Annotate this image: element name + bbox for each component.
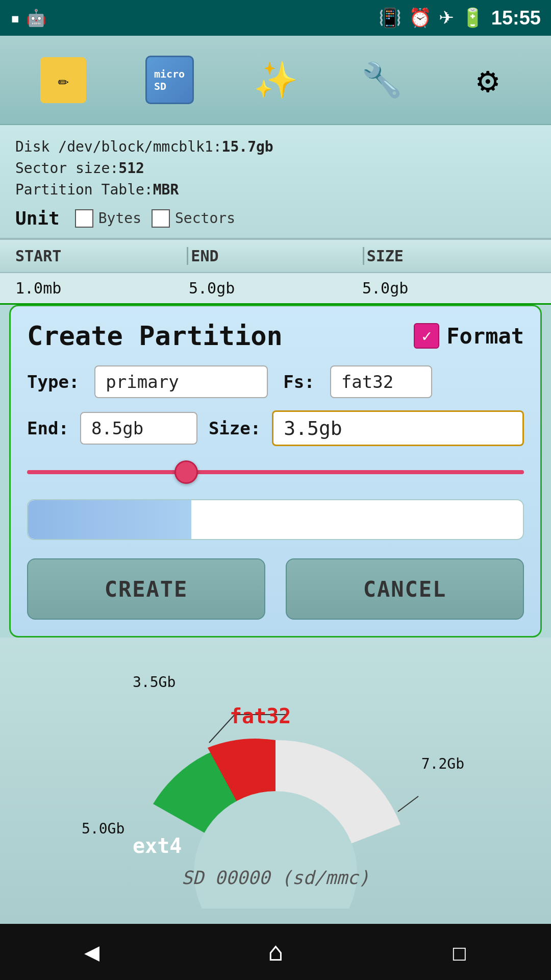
type-label: Type:	[27, 372, 79, 392]
gear-icon: ⚙️	[477, 59, 498, 101]
sd-card-icon	[40, 57, 86, 103]
end-size-row: End: 8.5gb Size: 3.5gb	[27, 410, 524, 446]
vibrate-icon: 📳	[379, 7, 402, 29]
format-label: Format	[446, 324, 524, 349]
type-input[interactable]: primary	[94, 365, 268, 398]
bytes-label: Bytes	[98, 210, 141, 227]
home-icon: ⌂	[268, 937, 283, 967]
back-icon: ◀	[84, 937, 99, 967]
size-header: SIZE	[367, 247, 536, 265]
alarm-icon: ⏰	[409, 7, 432, 29]
magic-wand-icon: ✨	[254, 59, 298, 101]
partition-table-line: Partition Table:MBR	[15, 179, 536, 201]
donut-chart: 3.5Gb 7.2Gb 5.0Gb fat32 ext4 SD 00000 (s…	[82, 653, 469, 909]
partition-start: 1.0mb	[15, 279, 189, 297]
start-header: START	[15, 247, 184, 265]
recents-icon: ☐	[452, 937, 467, 967]
slider-thumb[interactable]	[174, 460, 198, 484]
sector-size-line: Sector size:512	[15, 158, 536, 179]
col-divider-1	[187, 247, 188, 265]
status-left-icons: ▪ 🤖	[10, 8, 46, 28]
disk-info: Disk /dev/block/mmcblk1:15.7gb Sector si…	[0, 125, 551, 239]
micro-sd-button[interactable]: microSD	[139, 50, 200, 111]
progress-bar-fill	[28, 500, 191, 539]
end-header: END	[191, 247, 360, 265]
sd-card-edit-button[interactable]	[33, 50, 94, 111]
tools-icon: 🔧	[361, 61, 403, 100]
size-label: Size:	[209, 418, 261, 438]
end-label: End:	[27, 418, 69, 438]
toolbar: microSD ✨ 🔧 ⚙️	[0, 36, 551, 125]
unit-row: Unit Bytes Sectors	[15, 208, 536, 229]
create-button[interactable]: CREATE	[27, 558, 265, 620]
sim-icon: ▪	[10, 8, 20, 28]
chart-area: 3.5Gb 7.2Gb 5.0Gb fat32 ext4 SD 00000 (s…	[0, 638, 551, 924]
magic-wand-button[interactable]: ✨	[245, 50, 306, 111]
free-connector-line	[398, 796, 418, 812]
bytes-checkbox-label[interactable]: Bytes	[75, 209, 141, 228]
unit-label: Unit	[15, 208, 60, 229]
back-button[interactable]: ◀	[71, 937, 112, 967]
sectors-label: Sectors	[175, 210, 235, 227]
sdcard-chart-label: SD 00000 (sd/mmc)	[182, 867, 369, 888]
tools-button[interactable]: 🔧	[351, 50, 412, 111]
disk-size: 15.7gb	[222, 138, 273, 155]
nav-bar: ◀ ⌂ ☐	[0, 924, 551, 980]
cancel-button[interactable]: CANCEL	[286, 558, 524, 620]
bytes-checkbox[interactable]	[75, 209, 93, 228]
format-row: ✓ Format	[414, 323, 524, 349]
partition-end: 5.0gb	[189, 279, 362, 297]
airplane-icon: ✈	[439, 7, 454, 29]
partition-size: 5.0gb	[362, 279, 536, 297]
partition-header: START END SIZE	[0, 239, 551, 273]
chart-label-35gb: 3.5Gb	[133, 674, 176, 691]
settings-button[interactable]: ⚙️	[457, 50, 518, 111]
android-icon: 🤖	[26, 8, 46, 28]
home-button[interactable]: ⌂	[255, 937, 296, 967]
create-partition-dialog: Create Partition ✓ Format Type: primary …	[9, 305, 542, 638]
disk-path-line: Disk /dev/block/mmcblk1:15.7gb	[15, 136, 536, 158]
progress-bar	[27, 499, 524, 540]
col-divider-2	[363, 247, 364, 265]
status-bar: ▪ 🤖 📳 ⏰ ✈ 🔋 15:55	[0, 0, 551, 36]
fs-input[interactable]: fat32	[330, 365, 432, 398]
sectors-checkbox-label[interactable]: Sectors	[152, 209, 235, 228]
battery-icon: 🔋	[461, 7, 484, 29]
slider-track	[27, 470, 524, 474]
status-right-icons: 📳 ⏰ ✈ 🔋 15:55	[379, 7, 541, 29]
ext4-chart-label: ext4	[133, 834, 182, 857]
dialog-title-row: Create Partition ✓ Format	[27, 321, 524, 351]
format-checkbox[interactable]: ✓	[414, 323, 439, 349]
fat32-chart-label: fat32	[230, 704, 291, 728]
partition-row[interactable]: 1.0mb 5.0gb 5.0gb	[0, 273, 551, 305]
dialog-buttons: CREATE CANCEL	[27, 558, 524, 620]
size-input[interactable]: 3.5gb	[272, 410, 524, 446]
end-input[interactable]: 8.5gb	[80, 412, 197, 445]
dialog-title: Create Partition	[27, 321, 283, 351]
partition-table-value: MBR	[153, 181, 179, 198]
micro-sd-icon: microSD	[145, 56, 194, 104]
type-fs-row: Type: primary Fs: fat32	[27, 365, 524, 398]
fs-label: Fs:	[283, 372, 314, 392]
size-slider[interactable]	[27, 459, 524, 485]
recents-button[interactable]: ☐	[439, 937, 480, 967]
status-time: 15:55	[491, 7, 541, 29]
main-content: microSD ✨ 🔧 ⚙️ Disk /dev/block/mmcblk1:1…	[0, 36, 551, 980]
sectors-checkbox[interactable]	[152, 209, 170, 228]
sector-size-value: 512	[118, 160, 144, 177]
chart-label-50gb: 5.0Gb	[82, 820, 124, 837]
chart-label-72gb: 7.2Gb	[421, 755, 464, 772]
